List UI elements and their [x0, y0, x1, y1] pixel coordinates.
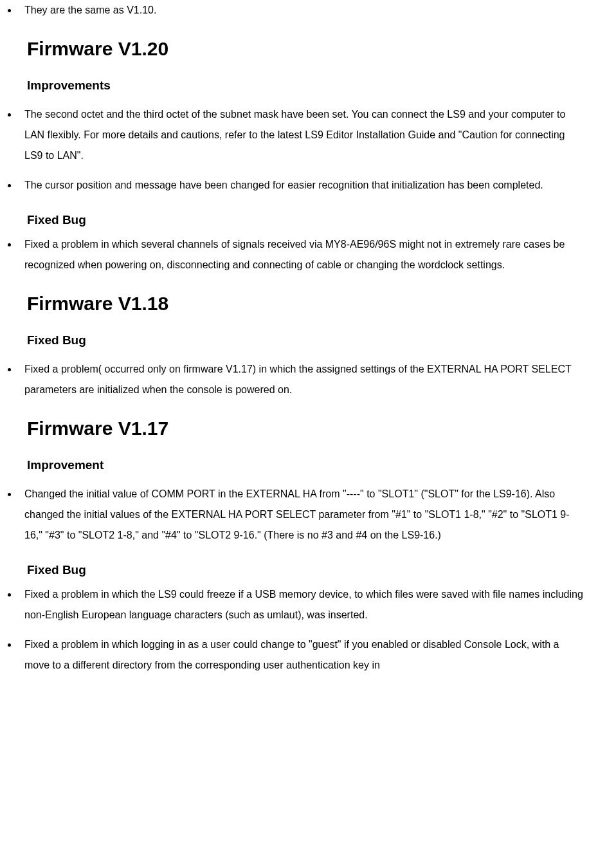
list-item: Fixed a problem in which several channel…: [18, 234, 584, 275]
page-content: They are the same as V1.10. Firmware V1.…: [0, 0, 589, 676]
list-item: Fixed a problem in which the LS9 could f…: [18, 584, 584, 625]
list-item: Fixed a problem in which logging in as a…: [18, 634, 584, 676]
improvements-list-v120: The second octet and the third octet of …: [5, 104, 584, 196]
list-item: Changed the initial value of COMM PORT i…: [18, 484, 584, 546]
list-item: The second octet and the third octet of …: [18, 104, 584, 166]
subheading-fixed-bug: Fixed Bug: [27, 333, 584, 349]
list-item: They are the same as V1.10.: [18, 0, 584, 21]
heading-v120: Firmware V1.20: [27, 36, 584, 61]
subheading-improvement: Improvement: [27, 457, 584, 474]
heading-v118: Firmware V1.18: [27, 291, 584, 316]
intro-list: They are the same as V1.10.: [5, 0, 584, 21]
list-item: Fixed a problem( occurred only on firmwa…: [18, 359, 584, 400]
improvement-list-v117: Changed the initial value of COMM PORT i…: [5, 484, 584, 546]
subheading-improvements: Improvements: [27, 78, 584, 94]
subheading-fixed-bug: Fixed Bug: [27, 562, 584, 578]
fixed-list-v117: Fixed a problem in which the LS9 could f…: [5, 584, 584, 676]
subheading-fixed-bug: Fixed Bug: [27, 212, 584, 228]
heading-v117: Firmware V1.17: [27, 416, 584, 441]
fixed-list-v118: Fixed a problem( occurred only on firmwa…: [5, 359, 584, 400]
fixed-list-v120: Fixed a problem in which several channel…: [5, 234, 584, 275]
list-item: The cursor position and message have bee…: [18, 175, 584, 196]
